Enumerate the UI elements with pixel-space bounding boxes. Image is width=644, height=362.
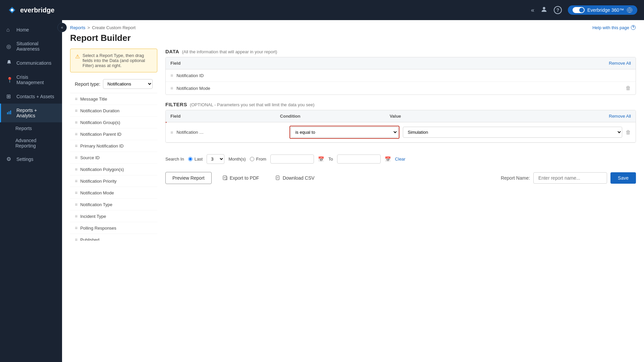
drag-handle-icon: ≡ <box>75 237 77 241</box>
field-item-notification-priority[interactable]: ≡ Notification Priority <box>70 175 157 187</box>
from-label: From <box>256 157 266 162</box>
communications-icon <box>6 60 13 66</box>
search-in-row: Search In Last 1 2 3 6 12 Month(s) <box>165 149 636 165</box>
last-radio[interactable] <box>188 157 193 161</box>
svg-rect-7 <box>223 176 226 180</box>
back-double-icon[interactable]: « <box>531 7 534 14</box>
sidebar-item-contacts[interactable]: ⊞ Contacts + Assets <box>0 89 62 104</box>
data-row-notification-mode: ≡ Notification Mode 🗑 <box>166 82 636 95</box>
field-label: Notification Mode <box>80 190 114 195</box>
field-label: Primary Notification ID <box>80 143 123 148</box>
drag-handle-icon: ≡ <box>75 120 77 125</box>
to-label: To <box>328 157 333 162</box>
from-date-input[interactable] <box>270 155 314 164</box>
value-select[interactable]: Simulation Live Test <box>403 127 622 138</box>
field-item-incident-type[interactable]: ≡ Incident Type <box>70 210 157 222</box>
data-remove-all[interactable]: Remove All <box>609 61 631 66</box>
field-label: Incident Type <box>80 214 106 219</box>
svg-rect-5 <box>10 111 11 114</box>
preview-report-button[interactable]: Preview Report <box>165 172 212 184</box>
field-item-notification-duration[interactable]: ≡ Notification Duration <box>70 105 157 117</box>
month-select[interactable]: 1 2 3 6 12 <box>207 154 224 164</box>
data-row-label: Notification ID <box>176 73 204 78</box>
field-item-message-title[interactable]: ≡ Message Title <box>70 93 157 105</box>
data-row-notification-id: ≡ Notification ID <box>166 69 636 82</box>
sidebar-sub-reports[interactable]: Reports <box>0 122 62 134</box>
breadcrumb-separator: > <box>88 25 90 30</box>
drag-handle-icon: ≡ <box>75 167 77 172</box>
condition-select[interactable]: is equal to is not equal to contains doe… <box>291 127 398 137</box>
field-item-notification-mode[interactable]: ≡ Notification Mode <box>70 187 157 199</box>
sidebar-item-settings[interactable]: ⚙ Settings <box>0 152 62 166</box>
breadcrumb-parent[interactable]: Reports <box>70 25 86 30</box>
to-calendar-icon[interactable]: 📅 <box>385 156 391 162</box>
toggle-switch[interactable] <box>573 7 585 13</box>
drag-handle-icon: ≡ <box>75 225 77 231</box>
breadcrumb-row: Reports > Create Custom Report Help with… <box>62 20 644 33</box>
report-name-input[interactable] <box>533 172 607 184</box>
sidebar-item-crisis[interactable]: 📍 Crisis Management <box>0 70 62 89</box>
data-row-label: Notification Mode <box>176 86 210 91</box>
from-radio[interactable] <box>250 157 254 161</box>
logo: everbridge <box>7 5 54 15</box>
filter-field-text: Notification … <box>176 130 204 135</box>
sidebar-item-situational[interactable]: ◎ Situational Awareness <box>0 37 62 56</box>
field-label: Notification Polygon(s) <box>80 167 124 172</box>
page-title: Report Builder <box>62 33 644 49</box>
row-delete-icon[interactable]: 🗑 <box>626 85 631 91</box>
field-label: Notification Type <box>80 202 112 207</box>
months-label: Month(s) <box>228 157 246 162</box>
main-content: Reports > Create Custom Report Help with… <box>62 20 644 362</box>
help-link[interactable]: Help with this page <box>592 25 636 30</box>
brand-toggle[interactable]: Everbridge 360™ <box>568 5 637 15</box>
filter-row-1: ≡ Notification … is equal to is not equa… <box>166 122 636 142</box>
field-item-source-id[interactable]: ≡ Source ID <box>70 152 157 164</box>
field-item-notification-parent-id[interactable]: ≡ Notification Parent ID <box>70 128 157 140</box>
last-radio-group: Last <box>188 157 203 162</box>
field-label: Published <box>80 237 99 241</box>
filter-remove-all[interactable]: Remove All <box>609 114 631 119</box>
crisis-icon: 📍 <box>6 77 13 83</box>
home-icon: ⌂ <box>6 27 13 33</box>
svg-point-1 <box>543 7 545 9</box>
drag-handle-icon: ≡ <box>75 202 77 207</box>
drag-handle-icon: ≡ <box>75 214 77 219</box>
drag-handle-icon: ≡ <box>75 178 77 184</box>
to-date-input[interactable] <box>337 155 381 164</box>
report-type-select[interactable]: Notifications Contacts Assets Incidents <box>103 79 153 89</box>
clear-link[interactable]: Clear <box>395 157 406 162</box>
export-pdf-label: Export to PDF <box>230 175 259 181</box>
filters-section-header: FILTERS (OPTIONAL - Parameters you set t… <box>165 102 636 107</box>
bottom-actions: Preview Report Export to PDF Download CS… <box>165 165 636 184</box>
sidebar-item-crisis-label: Crisis Management <box>16 74 57 85</box>
row-drag-icon: ≡ <box>170 85 173 91</box>
field-item-notification-groups[interactable]: ≡ Notification Group(s) <box>70 117 157 128</box>
field-item-primary-notification-id[interactable]: ≡ Primary Notification ID <box>70 140 157 152</box>
field-label: Notification Duration <box>80 108 119 113</box>
sidebar-item-settings-label: Settings <box>16 157 34 162</box>
save-button[interactable]: Save <box>610 172 636 184</box>
field-item-polling-responses[interactable]: ≡ Polling Responses <box>70 222 157 234</box>
reports-icon <box>6 110 13 116</box>
sidebar-sub-advanced[interactable]: Advanced Reporting <box>0 134 62 152</box>
help-icon[interactable]: ? <box>554 6 562 14</box>
field-item-notification-type[interactable]: ≡ Notification Type <box>70 199 157 210</box>
drag-handle-icon: ≡ <box>75 155 77 160</box>
download-csv-button[interactable]: Download CSV <box>270 172 320 184</box>
export-pdf-button[interactable]: Export to PDF <box>217 172 265 184</box>
filter-row-delete-icon[interactable]: 🗑 <box>626 129 631 135</box>
from-calendar-icon[interactable]: 📅 <box>318 156 324 162</box>
settings-icon: ⚙ <box>6 156 13 162</box>
sidebar-item-reports-analytics[interactable]: Reports + Analytics <box>0 104 62 122</box>
layout: « ⌂ Home ◎ Situational Awareness Communi… <box>0 20 644 362</box>
sidebar-collapse-button[interactable]: « <box>57 23 67 32</box>
info-box: ⚠ Select a Report Type, then drag fields… <box>70 49 157 72</box>
drag-handle-icon: ≡ <box>75 131 77 137</box>
logo-text: everbridge <box>20 6 54 14</box>
field-item-published[interactable]: ≡ Published <box>70 234 157 241</box>
profile-icon[interactable] <box>540 6 548 15</box>
sidebar-item-communications[interactable]: Communications <box>0 56 62 70</box>
sidebar-item-home[interactable]: ⌂ Home <box>0 23 62 37</box>
report-name-label: Report Name: <box>501 175 530 181</box>
field-item-notification-polygon[interactable]: ≡ Notification Polygon(s) <box>70 164 157 175</box>
